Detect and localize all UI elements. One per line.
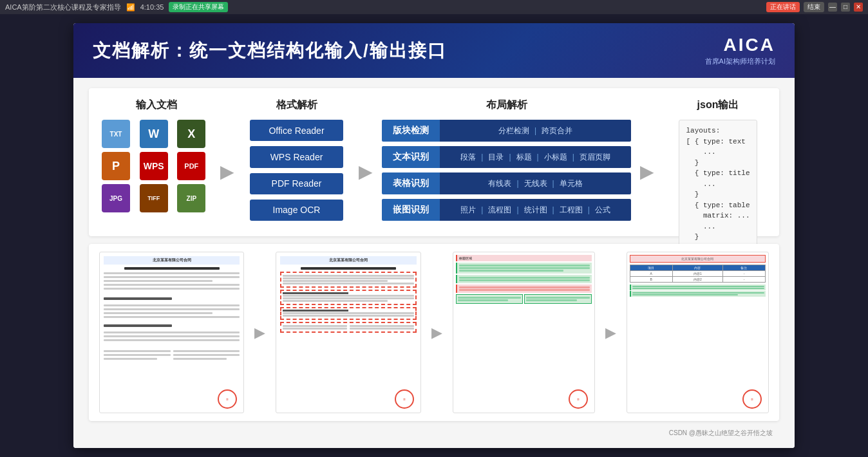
maximize-button[interactable]: □ [841,3,850,12]
layout-title: 布局解析 [486,98,527,112]
doc-icon-wps: WPS [140,152,168,180]
input-title: 输入文档 [136,98,177,112]
live-badge: 正在讲话 [766,2,800,12]
format-column: 格式解析 Office Reader WPS Reader PDF Reader… [243,98,350,226]
top-bar-right: 正在讲话 结束 — □ ✕ [766,2,863,12]
wps-reader-btn: WPS Reader [250,146,343,167]
minimize-button[interactable]: — [828,3,837,12]
slide-header: 文档解析：统一文档结构化输入/输出接口 AICA 首席AI架构师培养计划 [73,23,795,78]
image-recog-label: 嵌图识别 [382,199,440,221]
block-red-1 [456,284,592,293]
doc-icon-ppt: P [102,152,130,180]
doc-icon-tiff: TIFF [140,184,168,212]
table-recog-tags: 有线表 | 无线表 | 单元格 [440,173,631,194]
arrow-icon: ▶ [220,161,234,182]
example-arrow-1: ▶ [254,324,265,341]
stamp-3: 章 [569,389,588,409]
format-title: 格式解析 [276,98,317,112]
doc-icon-txt: TXT [102,120,130,148]
block-detect-label: 版块检测 [382,120,440,142]
layout-row-block: 版块检测 分栏检测 | 跨页合并 [382,120,631,142]
format-to-layout-arrow: ▶ [350,98,382,226]
doc-table: 项目 内容 备注 A 内容1 - B 内容2 - [630,265,766,283]
attribution: CSDN @愚昧之山绝望之谷开悟之坡 [89,429,779,438]
doc-lines-2 [280,272,416,409]
slide-title: 文档解析：统一文档结构化输入/输出接口 [93,39,447,63]
stamp-4: 章 [742,389,762,409]
pdf-reader-btn: PDF Reader [250,173,343,194]
input-column: 输入文档 TXT W X P WPS PDF JPG TIFF ZIP [102,98,211,226]
recording-badge: 录制正在共享屏幕 [169,2,228,12]
close-button[interactable]: ✕ [854,3,863,12]
block-green-1 [456,263,592,274]
json-column: json输出 layouts: [ { type: text ... } { t… [663,98,766,226]
doc-example-3: 标题区域 [453,252,595,413]
doc-example-2: 北京某某有限公司合同 [276,252,420,413]
text-recog-label: 文本识别 [382,146,440,168]
arrow-icon-2: ▶ [359,161,373,182]
layout-to-json-arrow: ▶ [631,98,663,226]
doc-header-2: 北京某某有限公司合同 [280,256,416,265]
text-recog-tags: 段落 | 目录 | 标题 | 小标题 | 页眉页脚 [440,146,631,168]
doc-icon-jpg: JPG [102,184,130,212]
diagram-section: 输入文档 TXT W X P WPS PDF JPG TIFF ZIP [89,88,779,236]
example-arrow-2: ▶ [431,324,442,341]
layout-row-text: 文本识别 段落 | 目录 | 标题 | 小标题 | 页眉页脚 [382,146,631,168]
block-detect-tags: 分栏检测 | 跨页合并 [440,120,631,142]
block-green-2 [456,275,592,283]
image-ocr-btn: Image OCR [250,200,343,221]
doc-icons-grid: TXT W X P WPS PDF JPG TIFF ZIP [102,120,211,212]
office-reader-btn: Office Reader [250,120,343,141]
logo-subtitle: 首席AI架构师培养计划 [705,57,775,66]
image-recog-tags: 照片 | 流程图 | 统计图 | 工程图 | 公式 [440,199,631,221]
slide-body: 输入文档 TXT W X P WPS PDF JPG TIFF ZIP [73,78,795,448]
input-to-format-arrow: ▶ [211,98,243,226]
layout-row-image: 嵌图识别 照片 | 流程图 | 统计图 | 工程图 | 公式 [382,199,631,221]
json-title: json输出 [697,98,739,112]
doc-icon-zip: ZIP [177,184,205,212]
arrow-icon-3: ▶ [640,161,654,182]
layout-rows: 版块检测 分栏检测 | 跨页合并 文本识别 段落 | [382,120,631,221]
doc-lines-1 [104,272,240,409]
doc-example-4: 北京某某有限公司合同 项目 内容 备注 A 内容1 - [627,252,769,413]
examples-section: 北京某某有限公司合同 [89,244,779,421]
stamp-2: 章 [395,389,414,409]
table-recog-label: 表格识别 [382,173,440,194]
signal-icon: 📶 [126,3,135,12]
layout-row-table: 表格识别 有线表 | 无线表 | 单元格 [382,173,631,194]
top-bar: AICA第阶第二次核心课程及专家指导 📶 4:10:35 录制正在共享屏幕 正在… [0,0,868,14]
aica-logo: AICA 首席AI架构师培养计划 [705,35,775,66]
time-display: 4:10:35 [140,3,164,11]
layout-column: 布局解析 版块检测 分栏检测 | 跨页合并 文本识别 [382,98,631,226]
doc-icon-excel: X [177,120,205,148]
top-bar-left: AICA第阶第二次核心课程及专家指导 📶 4:10:35 录制正在共享屏幕 [5,2,228,12]
doc-icon-pdf: PDF [177,152,205,180]
doc-example-1: 北京某某有限公司合同 [99,252,244,413]
stop-badge: 结束 [804,2,824,12]
doc-header-1: 北京某某有限公司合同 [104,256,240,265]
app-title: AICA第阶第二次核心课程及专家指导 [5,3,121,12]
example-arrow-3: ▶ [605,324,616,341]
logo-text: AICA [705,35,775,55]
doc-icon-word: W [140,120,168,148]
slide: 文档解析：统一文档结构化输入/输出接口 AICA 首席AI架构师培养计划 输入文… [73,23,795,448]
main-content: 文档解析：统一文档结构化输入/输出接口 AICA 首席AI架构师培养计划 输入文… [0,14,868,457]
